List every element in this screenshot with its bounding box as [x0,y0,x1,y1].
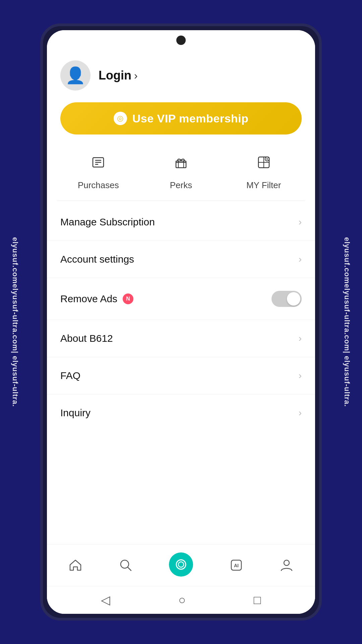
status-bar [47,30,315,50]
perks-icon [174,155,188,172]
about-b612-label: About B612 [60,333,113,344]
toggle-knob [287,292,300,306]
watermark-left: elyusuf.comelyusuf-ultra.com| elyusuf-ul… [0,0,30,644]
camera-button[interactable] [169,552,193,577]
my-filter-button[interactable]: MY Filter [222,151,305,191]
nav-profile[interactable] [274,555,299,577]
svg-text:AI: AI [234,563,239,568]
login-button[interactable]: Login › [99,68,138,83]
login-label: Login [99,68,131,83]
svg-line-14 [128,567,131,571]
back-button[interactable]: ◁ [101,593,110,607]
my-filter-icon [256,155,271,172]
recent-button[interactable]: □ [254,593,261,607]
perks-label: Perks [170,180,192,191]
phone-screen: 👤 Login › ◎ Use VIP membership [47,30,315,614]
home-button[interactable]: ○ [178,593,186,607]
manage-subscription-item[interactable]: Manage Subscription › [47,204,315,241]
login-chevron-icon: › [134,69,138,82]
purchases-button[interactable]: Purchases [57,151,140,191]
account-settings-item[interactable]: Account settings › [47,241,315,278]
purchases-label: Purchases [78,180,119,191]
ai-icon: AI [229,558,243,574]
bottom-nav: AI [47,544,315,586]
nav-ai[interactable]: AI [224,555,249,577]
inquiry-chevron-icon: › [299,408,302,418]
faq-chevron-icon: › [299,370,302,381]
nav-search[interactable] [113,555,138,577]
quick-actions: Purchases [47,145,315,201]
vip-label: Use VIP membership [132,112,249,125]
android-nav: ◁ ○ □ [47,586,315,614]
menu-list: Manage Subscription › Account settings ›… [47,204,315,431]
watermark-right: elyusuf.comelyusuf-ultra.com| elyusuf-ul… [332,0,362,644]
purchases-icon [91,155,106,172]
account-settings-chevron-icon: › [299,254,302,265]
app-content: 👤 Login › ◎ Use VIP membership [47,50,315,614]
faq-item[interactable]: FAQ › [47,357,315,394]
home-icon [68,558,82,574]
about-b612-chevron-icon: › [299,333,302,344]
remove-ads-label: Remove Ads [60,293,117,305]
remove-ads-toggle[interactable] [272,291,302,307]
avatar: 👤 [60,60,90,91]
nav-home[interactable] [63,555,88,577]
manage-subscription-chevron-icon: › [299,217,302,227]
inquiry-label: Inquiry [60,407,90,419]
avatar-icon: 👤 [65,66,85,85]
inquiry-item[interactable]: Inquiry › [47,394,315,431]
svg-point-15 [176,560,186,569]
svg-point-19 [284,560,289,566]
account-settings-label: Account settings [60,254,134,265]
vip-membership-button[interactable]: ◎ Use VIP membership [60,102,302,135]
phone-frame: 👤 Login › ◎ Use VIP membership [40,23,322,621]
my-filter-label: MY Filter [246,180,281,191]
section-divider [57,201,305,201]
vip-icon: ◎ [114,112,127,125]
new-badge: N [123,293,133,304]
front-camera [176,36,186,45]
profile-icon [280,558,294,574]
new-badge-text: N [126,296,130,302]
profile-area[interactable]: 👤 Login › [47,50,315,99]
nav-camera[interactable] [164,553,198,579]
remove-ads-item[interactable]: Remove Ads N [47,278,315,320]
manage-subscription-label: Manage Subscription [60,216,155,228]
search-icon [119,558,133,574]
vip-button-wrap: ◎ Use VIP membership [47,99,315,145]
svg-point-16 [178,562,184,567]
faq-label: FAQ [60,370,80,381]
perks-button[interactable]: Perks [140,151,223,191]
about-b612-item[interactable]: About B612 › [47,320,315,357]
